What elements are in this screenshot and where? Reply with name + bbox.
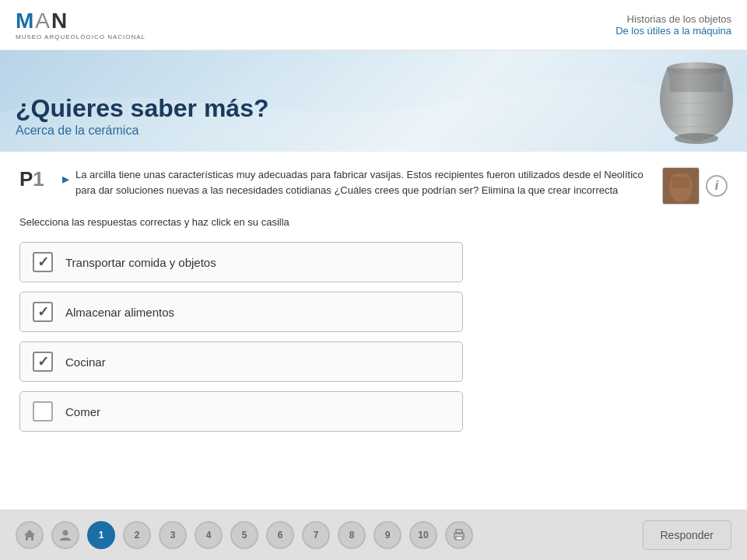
question-bullet: ▸ (62, 170, 69, 187)
nav-page-4[interactable]: 4 (195, 521, 223, 549)
option-label-3: Cocinar (65, 355, 106, 369)
nav-page-1[interactable]: 1 (87, 521, 115, 549)
checkmark-1: ✓ (37, 255, 49, 269)
banner-text: ¿Quieres saber más? Acerca de la cerámic… (16, 95, 268, 138)
option-label-1: Transportar comida y objetos (65, 256, 216, 269)
checkbox-1[interactable]: ✓ (33, 252, 53, 272)
nav-home-button[interactable] (16, 521, 44, 549)
banner: ¿Quieres saber más? Acerca de la cerámic… (0, 51, 747, 152)
svg-rect-6 (456, 537, 462, 540)
svg-rect-5 (456, 530, 462, 534)
question-text: La arcilla tiene unas características mu… (75, 167, 651, 198)
option-2[interactable]: ✓ Almacenar alimentos (19, 292, 463, 332)
banner-vase (654, 54, 739, 148)
instruction: Selecciona las respuestas correctas y ha… (19, 216, 728, 228)
nav-page-7[interactable]: 7 (302, 521, 330, 549)
question-meta: i (662, 167, 728, 205)
logo: MAN MUSEO ARQUEOLÓGICO NACIONAL (16, 10, 146, 40)
checkbox-2[interactable]: ✓ (33, 302, 53, 322)
nav-page-2[interactable]: 2 (123, 521, 151, 549)
header-title-sub: De los útiles a la máquina (615, 25, 731, 37)
option-3[interactable]: ✓ Cocinar (19, 341, 463, 382)
svg-point-3 (63, 530, 68, 535)
respond-button[interactable]: Responder (643, 520, 732, 550)
logo-man: MAN (16, 10, 68, 32)
option-label-4: Comer (65, 405, 100, 418)
logo-subtitle: MUSEO ARQUEOLÓGICO NACIONAL (16, 33, 146, 40)
nav-page-6[interactable]: 6 (266, 521, 294, 549)
checkmark-3: ✓ (37, 355, 49, 369)
svg-point-1 (675, 133, 718, 144)
header-title-main: Historias de los objetos (615, 13, 731, 25)
header-right: Historias de los objetos De los útiles a… (615, 13, 731, 37)
vase-svg (654, 54, 739, 148)
banner-heading: ¿Quieres saber más? (16, 95, 268, 122)
nav-page-5[interactable]: 5 (230, 521, 258, 549)
options-list: ✓ Transportar comida y objetos ✓ Almacen… (19, 242, 728, 432)
option-4[interactable]: Comer (19, 391, 463, 432)
footer: 1 2 3 4 5 6 7 8 9 10 Responder (0, 509, 747, 560)
nav-page-8[interactable]: 8 (338, 521, 366, 549)
person-icon (58, 528, 72, 542)
nav-page-10[interactable]: 10 (409, 521, 437, 549)
checkbox-3[interactable]: ✓ (33, 352, 53, 372)
header: MAN MUSEO ARQUEOLÓGICO NACIONAL Historia… (0, 0, 747, 51)
checkbox-4[interactable] (33, 401, 53, 422)
thumbnail-svg (665, 170, 696, 201)
nav-page-9[interactable]: 9 (374, 521, 402, 549)
nav-person-button[interactable] (51, 521, 79, 549)
info-icon[interactable]: i (706, 175, 728, 197)
print-icon (452, 528, 466, 542)
option-1[interactable]: ✓ Transportar comida y objetos (19, 242, 463, 282)
question-thumbnail (662, 167, 700, 205)
nav-page-3[interactable]: 3 (159, 521, 187, 549)
option-label-2: Almacenar alimentos (65, 306, 174, 319)
home-icon (23, 528, 37, 542)
question-number: P1 (19, 167, 58, 191)
banner-subheading: Acerca de la cerámica (16, 124, 268, 138)
nav-print-button[interactable] (445, 521, 473, 549)
question-header: P1 ▸ La arcilla tiene unas característic… (19, 167, 728, 205)
content: P1 ▸ La arcilla tiene unas característic… (0, 152, 747, 509)
checkmark-2: ✓ (37, 305, 49, 319)
